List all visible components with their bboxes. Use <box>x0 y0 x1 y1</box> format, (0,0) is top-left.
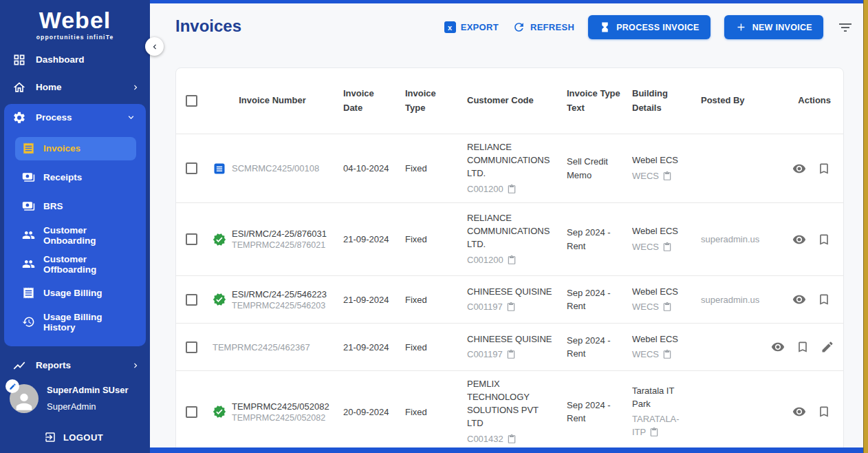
copy-icon[interactable] <box>507 255 517 265</box>
sidebar-item-label: Dashboard <box>36 54 85 65</box>
bookmark-button[interactable] <box>817 162 831 176</box>
row-checkbox[interactable] <box>186 341 197 353</box>
eye-icon <box>792 405 806 419</box>
row-checkbox[interactable] <box>186 294 197 306</box>
eye-icon <box>792 293 806 306</box>
invoice-type: Fixed <box>400 226 462 253</box>
people-icon <box>22 257 35 271</box>
invoice-type-text: Sep 2024 - Rent <box>561 392 627 432</box>
filter-icon <box>837 19 854 36</box>
people-icon <box>22 229 35 242</box>
sidebar-item-label: Process <box>36 112 72 123</box>
invoice-temp-number: TEMPRMC2425/876021 <box>232 240 327 250</box>
sidebar-item-label: Customer Onboarding <box>43 225 129 246</box>
edit-button[interactable] <box>821 340 834 354</box>
customer-code: C001200 <box>467 184 503 194</box>
bookmark-icon <box>817 293 831 306</box>
posted-by <box>695 405 764 419</box>
bookmark-button[interactable] <box>817 293 831 306</box>
invoice-type: Fixed <box>400 155 462 182</box>
chevron-left-icon <box>150 42 160 52</box>
copy-icon[interactable] <box>662 171 672 181</box>
right-edge-strip <box>863 0 868 453</box>
posted-by <box>695 162 764 176</box>
copy-icon[interactable] <box>507 434 517 444</box>
sidebar-item-usage-billing[interactable]: Usage Billing <box>15 282 136 305</box>
export-button[interactable]: x EXPORT <box>444 21 499 33</box>
col-header-customer-code: Customer Code <box>462 94 561 108</box>
sidebar-item-home[interactable]: Home <box>0 74 150 101</box>
copy-icon[interactable] <box>506 350 516 359</box>
invoice-type: Fixed <box>400 334 462 361</box>
logo-title: Webel <box>0 8 150 33</box>
filter-button[interactable] <box>837 19 854 36</box>
row-checkbox[interactable] <box>186 233 197 245</box>
view-button[interactable] <box>792 162 806 176</box>
table-header-row: Invoice Number Invoice Date Invoice Type… <box>176 68 843 134</box>
invoice-number: ESI/RMC/24-25/546223 <box>232 289 327 299</box>
invoice-number: TEMPRMC2425/462367 <box>213 342 310 352</box>
customer-name: RELIANCE COMMUNICATIONS LTD. <box>467 212 556 251</box>
payments-card-icon <box>22 171 35 184</box>
row-checkbox[interactable] <box>186 406 197 418</box>
invoice-date: 04-10-2024 <box>338 155 400 182</box>
table-row: TEMPRMC2425/462367 21-09-2024 Fixed CHIN… <box>176 323 843 370</box>
row-checkbox[interactable] <box>186 162 197 174</box>
bookmark-button[interactable] <box>796 340 810 354</box>
sidebar-item-customer-onboarding[interactable]: Customer Onboarding <box>15 224 136 247</box>
refresh-button[interactable]: REFRESH <box>512 21 574 34</box>
view-button[interactable] <box>792 293 806 306</box>
process-invoice-label: PROCESS INVOICE <box>616 23 699 32</box>
posted-by: superadmin.us <box>695 288 764 312</box>
copy-icon[interactable] <box>662 302 672 312</box>
plus-icon <box>735 21 747 33</box>
copy-icon[interactable] <box>662 350 672 359</box>
col-header-posted-by: Posted By <box>695 94 766 108</box>
new-invoice-label: NEW INVOICE <box>752 23 812 32</box>
customer-code: C001197 <box>467 302 503 312</box>
view-button[interactable] <box>792 405 806 419</box>
gear-icon <box>12 111 26 125</box>
export-label: EXPORT <box>461 22 499 32</box>
eye-icon <box>792 233 806 246</box>
excel-file-icon: x <box>444 21 456 33</box>
history-icon <box>22 315 35 328</box>
col-header-actions: Actions <box>766 94 843 108</box>
sidebar-item-receipts[interactable]: Receipts <box>15 166 136 189</box>
sidebar-item-process[interactable]: Process <box>4 104 146 131</box>
new-invoice-button[interactable]: NEW INVOICE <box>724 15 823 39</box>
bookmark-icon <box>817 233 831 246</box>
logout-button[interactable]: LOGOUT <box>44 431 150 443</box>
copy-icon[interactable] <box>507 185 517 194</box>
sidebar-item-invoices[interactable]: Invoices <box>15 137 136 160</box>
view-button[interactable] <box>792 233 806 246</box>
invoice-date: 20-09-2024 <box>338 399 400 426</box>
sidebar-collapse-button[interactable] <box>145 37 164 56</box>
process-invoice-button[interactable]: PROCESS INVOICE <box>588 15 710 39</box>
copy-icon[interactable] <box>506 302 516 312</box>
invoice-table-body: SCMRMC2425/00108 04-10-2024 Fixed RELIAN… <box>176 134 843 453</box>
dashboard-grid-icon <box>12 53 26 67</box>
process-section: Process Invoices Receipts BRS Customer O… <box>4 104 146 346</box>
col-header-building-details: Building Details <box>627 87 695 116</box>
copy-icon[interactable] <box>662 242 672 252</box>
building-code: WECS <box>632 171 659 181</box>
select-all-checkbox[interactable] <box>186 95 197 107</box>
view-button[interactable] <box>771 340 785 354</box>
sidebar-item-dashboard[interactable]: Dashboard <box>0 46 150 74</box>
invoice-icon <box>22 286 35 299</box>
sidebar-item-usage-billing-history[interactable]: Usage Billing History <box>15 310 136 334</box>
page-title: Invoices <box>175 17 241 36</box>
sidebar-item-customer-offboarding[interactable]: Customer Offboarding <box>15 253 136 276</box>
user-card[interactable]: SuperAdmin SUser SuperAdmin <box>0 379 150 416</box>
bookmark-button[interactable] <box>817 233 831 246</box>
copy-icon[interactable] <box>649 428 659 437</box>
bookmark-icon <box>817 405 831 419</box>
bookmark-button[interactable] <box>817 405 831 419</box>
invoice-table: Invoice Number Invoice Date Invoice Type… <box>175 67 844 453</box>
invoice-date: 21-09-2024 <box>338 334 400 361</box>
invoice-number: TEMPRMC2425/052082 <box>232 401 329 412</box>
sidebar-item-brs[interactable]: BRS <box>15 195 136 218</box>
sidebar-item-reports[interactable]: Reports <box>0 352 150 379</box>
posted-by <box>695 340 764 354</box>
